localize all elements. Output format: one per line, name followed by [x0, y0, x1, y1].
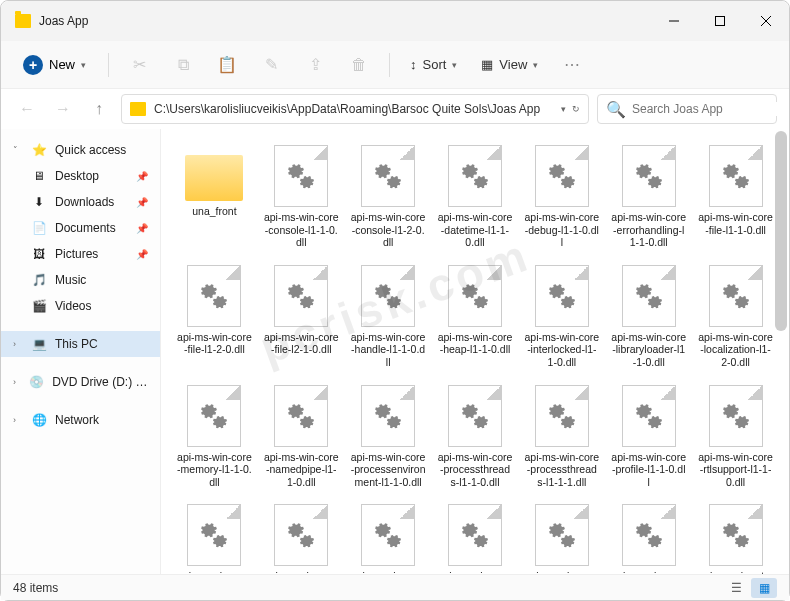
file-name: api-ms-win-core-sysinfo-l1-1-0.dll [438, 570, 513, 574]
sidebar-item-network[interactable]: › 🌐 Network [1, 407, 160, 433]
delete-button[interactable]: 🗑 [341, 47, 377, 83]
file-item[interactable]: api-ms-win-core-memory-l1-1-0.dll [173, 381, 256, 493]
toolbar: + New ▾ ✂ ⧉ 📋 ✎ ⇪ 🗑 ↕ Sort ▾ ▦ View ▾ ⋯ [1, 41, 789, 89]
file-icon [274, 504, 328, 566]
details-view-button[interactable]: ☰ [723, 578, 749, 598]
file-name: api-ms-win-core-file-l1-1-0.dll [698, 211, 773, 236]
sidebar-item-dvd[interactable]: › 💿 DVD Drive (D:) CCCC [1, 369, 160, 395]
file-icon [622, 504, 676, 566]
file-name: api-ms-win-core-localization-l1-2-0.dll [698, 331, 773, 369]
sort-icon: ↕ [410, 57, 417, 72]
sidebar-item-documents[interactable]: 📄 Documents 📌 [1, 215, 160, 241]
sidebar-item-this-pc[interactable]: › 💻 This PC [1, 331, 160, 357]
sidebar-item-downloads[interactable]: ⬇ Downloads 📌 [1, 189, 160, 215]
file-item[interactable]: api-ms-win-crt-conio-l1-1-0.dll [694, 500, 777, 574]
file-icon [187, 385, 241, 447]
file-item[interactable]: api-ms-win-core-interlocked-l1-1-0.dll [520, 261, 603, 373]
forward-button[interactable]: → [49, 95, 77, 123]
share-button[interactable]: ⇪ [297, 47, 333, 83]
file-item[interactable]: api-ms-win-core-sysinfo-l1-1-0.dll [434, 500, 517, 574]
close-button[interactable] [743, 1, 789, 41]
pictures-icon: 🖼 [31, 246, 47, 262]
file-icon [448, 504, 502, 566]
disc-icon: 💿 [29, 374, 44, 390]
file-icon [274, 265, 328, 327]
sidebar-item-desktop[interactable]: 🖥 Desktop 📌 [1, 163, 160, 189]
file-icon [448, 145, 502, 207]
file-item[interactable]: api-ms-win-core-file-l1-1-0.dll [694, 141, 777, 253]
file-item[interactable]: api-ms-win-core-file-l1-2-0.dll [173, 261, 256, 373]
file-item[interactable]: api-ms-win-core-errorhandling-l1-1-0.dll [607, 141, 690, 253]
file-item[interactable]: api-ms-win-core-localization-l1-2-0.dll [694, 261, 777, 373]
file-item[interactable]: api-ms-win-core-synch-l1-1-0.dll [260, 500, 343, 574]
file-item[interactable]: api-ms-win-core-console-l1-2-0.dll [347, 141, 430, 253]
sidebar-item-music[interactable]: 🎵 Music [1, 267, 160, 293]
sidebar-item-quick-access[interactable]: ˅ ⭐ Quick access [1, 137, 160, 163]
separator [108, 53, 109, 77]
documents-icon: 📄 [31, 220, 47, 236]
up-button[interactable]: ↑ [85, 95, 113, 123]
svg-rect-1 [716, 17, 725, 26]
copy-button[interactable]: ⧉ [165, 47, 201, 83]
view-button[interactable]: ▦ View ▾ [473, 51, 546, 78]
file-icon [448, 265, 502, 327]
address-input[interactable] [154, 102, 557, 116]
file-item[interactable]: api-ms-win-core-string-l1-1-0.dll [173, 500, 256, 574]
network-icon: 🌐 [31, 412, 47, 428]
folder-item[interactable]: una_front [173, 141, 256, 253]
new-button[interactable]: + New ▾ [13, 49, 96, 81]
search-input[interactable] [632, 102, 782, 116]
file-item[interactable]: api-ms-win-core-util-l1-1-0.dll [607, 500, 690, 574]
file-name: api-ms-win-core-synch-l1-1-0.dll [264, 570, 339, 574]
file-item[interactable]: api-ms-win-core-timezone-l1-1-0.dll [520, 500, 603, 574]
item-count: 48 items [13, 581, 58, 595]
icons-view-button[interactable]: ▦ [751, 578, 777, 598]
search-box[interactable]: 🔍 [597, 94, 777, 124]
file-item[interactable]: api-ms-win-core-rtlsupport-l1-1-0.dll [694, 381, 777, 493]
file-item[interactable]: api-ms-win-core-synch-l1-2-0.dll [347, 500, 430, 574]
file-item[interactable]: api-ms-win-core-file-l2-1-0.dll [260, 261, 343, 373]
file-item[interactable]: api-ms-win-core-datetime-l1-1-0.dll [434, 141, 517, 253]
maximize-button[interactable] [697, 1, 743, 41]
file-name: api-ms-win-core-processthreads-l1-1-0.dl… [438, 451, 513, 489]
sort-label: Sort [423, 57, 447, 72]
chevron-down-icon: ▾ [452, 60, 457, 70]
view-label: View [499, 57, 527, 72]
file-item[interactable]: api-ms-win-core-handle-l1-1-0.dll [347, 261, 430, 373]
view-icon: ▦ [481, 57, 493, 72]
file-item[interactable]: api-ms-win-core-processthreads-l1-1-1.dl… [520, 381, 603, 493]
file-item[interactable]: api-ms-win-core-profile-l1-1-0.dll [607, 381, 690, 493]
paste-button[interactable]: 📋 [209, 47, 245, 83]
file-name: api-ms-win-core-namedpipe-l1-1-0.dll [264, 451, 339, 489]
minimize-button[interactable] [651, 1, 697, 41]
file-item[interactable]: api-ms-win-core-libraryloader-l1-1-0.dll [607, 261, 690, 373]
file-item[interactable]: api-ms-win-core-processthreads-l1-1-0.dl… [434, 381, 517, 493]
more-button[interactable]: ⋯ [554, 47, 590, 83]
file-item[interactable]: api-ms-win-core-namedpipe-l1-1-0.dll [260, 381, 343, 493]
sort-button[interactable]: ↕ Sort ▾ [402, 51, 465, 78]
address-box[interactable]: ▾ ↻ [121, 94, 589, 124]
file-icon [709, 504, 763, 566]
file-item[interactable]: api-ms-win-core-heap-l1-1-0.dll [434, 261, 517, 373]
sidebar: ˅ ⭐ Quick access 🖥 Desktop 📌 ⬇ Downloads… [1, 129, 161, 574]
address-bar: ← → ↑ ▾ ↻ 🔍 [1, 89, 789, 129]
file-name: api-ms-win-core-console-l1-1-0.dll [264, 211, 339, 249]
file-name: api-ms-win-core-processenvironment-l1-1-… [351, 451, 426, 489]
sidebar-item-pictures[interactable]: 🖼 Pictures 📌 [1, 241, 160, 267]
chevron-right-icon: › [13, 339, 23, 349]
file-icon [274, 145, 328, 207]
plus-icon: + [23, 55, 43, 75]
file-name: api-ms-win-core-console-l1-2-0.dll [351, 211, 426, 249]
file-name: api-ms-win-core-processthreads-l1-1-1.dl… [524, 451, 599, 489]
scrollbar[interactable] [775, 131, 787, 572]
back-button[interactable]: ← [13, 95, 41, 123]
rename-button[interactable]: ✎ [253, 47, 289, 83]
file-item[interactable]: api-ms-win-core-console-l1-1-0.dll [260, 141, 343, 253]
file-item[interactable]: api-ms-win-core-debug-l1-1-0.dll [520, 141, 603, 253]
folder-icon [130, 102, 146, 116]
sidebar-item-videos[interactable]: 🎬 Videos [1, 293, 160, 319]
refresh-icon[interactable]: ↻ [572, 104, 580, 114]
cut-button[interactable]: ✂ [121, 47, 157, 83]
file-item[interactable]: api-ms-win-core-processenvironment-l1-1-… [347, 381, 430, 493]
file-name: api-ms-win-core-profile-l1-1-0.dll [611, 451, 686, 489]
